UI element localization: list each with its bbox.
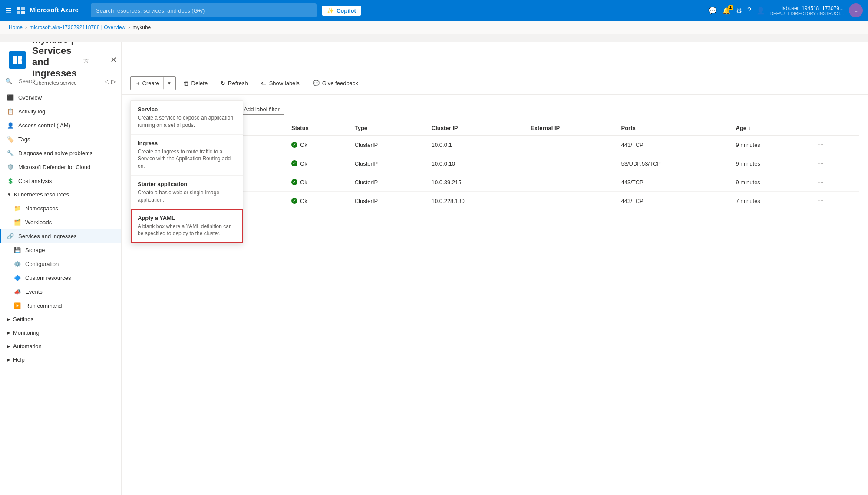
dropdown-ingress-title: Ingress xyxy=(138,140,236,146)
give-feedback-button[interactable]: 💬 Give feedback xyxy=(307,77,364,90)
row-more-button[interactable]: ··· xyxy=(815,177,826,187)
cell-cluster-ip: 10.0.0.10 xyxy=(426,154,525,173)
sidebar-item-iam-label: Access control (IAM) xyxy=(18,122,70,129)
topbar-right: 💬 🔔 2 ⚙ ? 👤 labuser_194518_173079... DEF… xyxy=(708,3,863,17)
sidebar-item-overview[interactable]: ⬛ Overview xyxy=(0,90,121,104)
cell-type: ClusterIP xyxy=(350,154,426,173)
close-panel-icon[interactable]: ✕ xyxy=(110,55,117,65)
dropdown-ingress-desc: Create an Ingress to route traffic to a … xyxy=(138,148,236,170)
sidebar-item-defender[interactable]: 🛡️ Microsoft Defender for Cloud xyxy=(0,160,121,174)
sidebar-group-automation[interactable]: ▶ Automation xyxy=(0,339,121,353)
create-button-group: + Create ▼ xyxy=(130,76,176,90)
sidebar-group-settings[interactable]: ▶ Settings xyxy=(0,312,121,326)
col-status[interactable]: Status xyxy=(286,121,350,135)
sidebar-item-namespaces[interactable]: 📁 Namespaces xyxy=(0,201,121,215)
breadcrumb-sep-2: › xyxy=(128,24,130,30)
dropdown-service-desc: Create a service to expose an applicatio… xyxy=(138,114,236,129)
global-search-input[interactable] xyxy=(91,3,317,17)
col-type[interactable]: Type xyxy=(350,121,426,135)
create-dropdown-button[interactable]: ▼ xyxy=(163,77,175,90)
copilot-icon: ✨ xyxy=(327,7,334,14)
help-icon[interactable]: ? xyxy=(747,7,751,14)
dropdown-item-ingress[interactable]: Ingress Create an Ingress to route traff… xyxy=(131,135,243,176)
page-header-text: mykube | Services and ingresses Kubernet… xyxy=(32,42,77,86)
status-ok-icon xyxy=(291,142,297,148)
user-avatar[interactable]: L xyxy=(849,3,863,17)
refresh-icon: ↻ xyxy=(221,80,225,86)
dropdown-yaml-title: Apply a YAML xyxy=(138,215,236,221)
sidebar-item-services-ingresses[interactable]: 🔗 Services and ingresses xyxy=(0,229,121,243)
cost-icon: 💲 xyxy=(7,177,14,184)
show-labels-button[interactable]: 🏷 Show labels xyxy=(255,77,305,90)
refresh-button[interactable]: ↻ Refresh xyxy=(215,77,254,90)
favorite-star-icon[interactable]: ☆ xyxy=(83,56,89,64)
cell-more: ··· xyxy=(810,173,859,192)
dropdown-starter-title: Starter application xyxy=(138,181,236,187)
add-filter-label: Add label filter xyxy=(244,106,279,113)
cell-ports: 443/TCP xyxy=(616,135,730,154)
col-ports[interactable]: Ports xyxy=(616,121,730,135)
dropdown-item-apply-yaml[interactable]: Apply a YAML A blank box where a YAML de… xyxy=(131,209,243,243)
dropdown-item-starter[interactable]: Starter application Create a basic web o… xyxy=(131,176,243,209)
status-ok-icon xyxy=(291,198,297,204)
breadcrumb-home[interactable]: Home xyxy=(9,24,23,30)
chevron-right-monitoring-icon: ▶ xyxy=(7,330,10,335)
page-header-actions: ☆ ··· ✕ xyxy=(83,55,117,65)
iam-icon: 👤 xyxy=(7,122,14,129)
sidebar-group-monitoring[interactable]: ▶ Monitoring xyxy=(0,326,121,339)
directory-icon[interactable]: 👤 xyxy=(756,7,765,15)
cell-more: ··· xyxy=(810,192,859,210)
sidebar-item-iam[interactable]: 👤 Access control (IAM) xyxy=(0,118,121,132)
breadcrumb-resource[interactable]: microsoft.aks-1730792118788 | Overview xyxy=(30,24,125,30)
sidebar-item-custom-resources[interactable]: 🔷 Custom resources xyxy=(0,271,121,285)
services-icon: 🔗 xyxy=(7,233,14,239)
delete-button[interactable]: 🗑 Delete xyxy=(178,77,214,90)
sidebar-item-configuration[interactable]: ⚙️ Configuration xyxy=(0,257,121,271)
create-button[interactable]: + Create xyxy=(131,77,163,90)
sidebar-item-events[interactable]: 📣 Events xyxy=(0,285,121,299)
col-actions xyxy=(810,121,859,135)
cell-age: 9 minutes xyxy=(731,173,811,192)
dropdown-starter-desc: Create a basic web or single-image appli… xyxy=(138,189,236,204)
row-more-button[interactable]: ··· xyxy=(815,196,826,206)
col-cluster-ip[interactable]: Cluster IP xyxy=(426,121,525,135)
sidebar-item-overview-label: Overview xyxy=(18,94,42,101)
breadcrumb-sep-1: › xyxy=(25,24,27,30)
chevron-down-create-icon: ▼ xyxy=(167,81,172,86)
cell-age: 9 minutes xyxy=(731,135,811,154)
sidebar-item-configuration-label: Configuration xyxy=(25,261,59,267)
main-wrapper: mykube | Services and ingresses Kubernet… xyxy=(0,42,868,495)
custom-resources-icon: 🔷 xyxy=(14,274,21,281)
copilot-button[interactable]: ✨ Copilot xyxy=(322,6,361,16)
sidebar-item-namespaces-label: Namespaces xyxy=(25,205,58,212)
hamburger-icon[interactable]: ☰ xyxy=(5,7,11,15)
dropdown-item-service[interactable]: Service Create a service to expose an ap… xyxy=(131,101,243,135)
sidebar-item-workloads[interactable]: 🗂️ Workloads xyxy=(0,215,121,229)
page-header-icon xyxy=(9,51,26,69)
sidebar-item-diagnose[interactable]: 🔧 Diagnose and solve problems xyxy=(0,146,121,160)
sidebar-item-tags[interactable]: 🏷️ Tags xyxy=(0,132,121,146)
storage-icon: 💾 xyxy=(14,246,21,253)
notification-icon[interactable]: 🔔 2 xyxy=(722,7,731,15)
more-options-icon[interactable]: ··· xyxy=(92,56,98,64)
row-more-button[interactable]: ··· xyxy=(815,159,826,168)
feedback-icon[interactable]: 💬 xyxy=(708,7,717,15)
chevron-right-help-icon: ▶ xyxy=(7,357,10,362)
collapse-icon[interactable]: ▷ xyxy=(111,78,116,85)
settings-icon[interactable]: ⚙ xyxy=(736,7,742,15)
sidebar-item-events-label: Events xyxy=(25,289,43,295)
sidebar-item-activity-log[interactable]: 📋 Activity log xyxy=(0,104,121,118)
sidebar-group-kubernetes[interactable]: ▼ Kubernetes resources xyxy=(0,188,121,201)
expand-icon[interactable]: ◁ xyxy=(105,78,109,85)
sidebar-item-run-command[interactable]: ▶️ Run command xyxy=(0,299,121,312)
cell-status: Ok xyxy=(286,192,350,210)
col-age[interactable]: Age ↓ xyxy=(731,121,811,135)
cell-external-ip xyxy=(525,173,616,192)
col-external-ip[interactable]: External IP xyxy=(525,121,616,135)
row-more-button[interactable]: ··· xyxy=(815,140,826,149)
sidebar-item-cost[interactable]: 💲 Cost analysis xyxy=(0,174,121,188)
sidebar-group-help[interactable]: ▶ Help xyxy=(0,353,121,366)
sidebar-item-storage[interactable]: 💾 Storage xyxy=(0,243,121,257)
cell-status: Ok xyxy=(286,173,350,192)
svg-rect-6 xyxy=(13,60,17,64)
